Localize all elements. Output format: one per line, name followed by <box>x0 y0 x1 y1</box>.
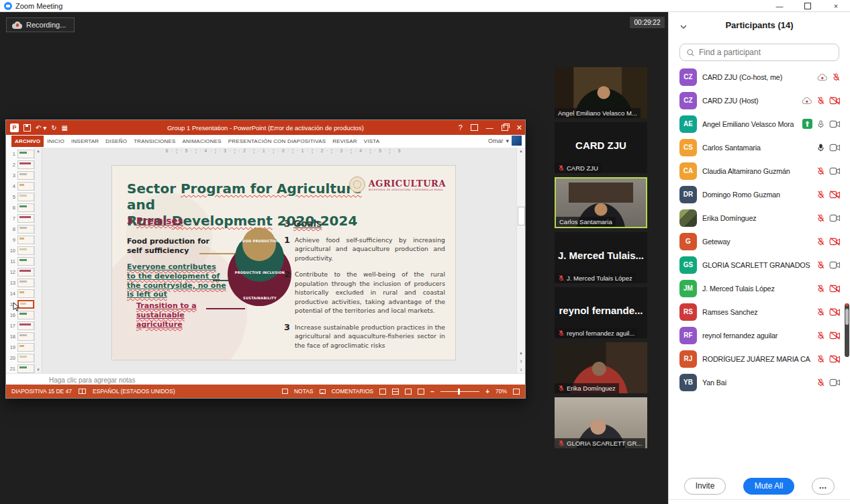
cam-on-icon[interactable] <box>829 261 841 269</box>
slide-thumbnail-5[interactable]: 5 <box>6 191 34 202</box>
participant-row[interactable]: RJRODRÍGUEZ JUÁREZ MARIA CA... <box>669 347 850 370</box>
mic-muted-icon[interactable] <box>816 213 825 223</box>
redo-icon[interactable]: ↻ <box>51 124 56 132</box>
video-tile[interactable]: GLORIA SCARLETT GR... <box>555 397 647 448</box>
thumbnail-scrollbar[interactable]: ▲ ▼ <box>34 148 42 373</box>
cam-off-icon[interactable] <box>829 355 841 363</box>
scroll-up-icon[interactable]: ▲ <box>35 149 42 153</box>
participant-row[interactable]: JMJ. Merced Tulais López <box>669 276 850 300</box>
mic-muted-icon[interactable] <box>816 237 825 246</box>
mic-muted-icon[interactable] <box>816 284 825 293</box>
close-button[interactable]: × <box>822 0 850 12</box>
normal-view-icon[interactable] <box>379 389 386 395</box>
restore-button[interactable] <box>794 0 822 12</box>
ppt-close-button[interactable]: ✕ <box>516 123 522 132</box>
cam-off-icon[interactable] <box>829 285 841 293</box>
language-label[interactable]: ESPAÑOL (ESTADOS UNIDOS) <box>93 388 175 395</box>
account-badge[interactable]: Omar▾ <box>488 136 522 146</box>
slide-thumbnail-4[interactable]: 4 <box>6 181 34 191</box>
ribbon-tab-insertar[interactable]: INSERTAR <box>68 136 102 147</box>
slide-thumbnail-7[interactable]: 7 <box>6 213 34 223</box>
slide-thumbnail-3[interactable]: 3 <box>6 170 34 181</box>
reading-view-icon[interactable] <box>405 389 412 395</box>
notes-icon[interactable] <box>282 389 288 394</box>
slide-thumbnail-9[interactable]: 9 <box>6 234 34 245</box>
cam-on-icon[interactable] <box>829 214 841 222</box>
participant-row[interactable]: YBYan Bai <box>669 370 850 394</box>
slide-thumbnail-17[interactable]: 17 <box>6 320 34 331</box>
slide-thumbnail-15[interactable]: 15 <box>6 299 34 309</box>
slide-thumbnail-13[interactable]: 13 <box>6 277 34 288</box>
slideshow-icon[interactable] <box>418 389 424 395</box>
ribbon-tab-dise-o[interactable]: DISEÑO <box>102 136 130 147</box>
slide-vertical-scrollbar[interactable]: ▲ ▼ ⇑ ⇓ <box>516 148 525 373</box>
cam-off-icon[interactable] <box>829 308 841 316</box>
mic-active-icon[interactable] <box>816 143 825 152</box>
ribbon-tab-archivo[interactable]: ARCHIVO <box>11 136 44 147</box>
ppt-minimize-button[interactable]: — <box>486 123 493 132</box>
grid-icon[interactable]: ▦ <box>62 124 68 132</box>
slide-thumbnail-12[interactable]: 12 <box>6 266 34 277</box>
mic-muted-icon[interactable] <box>816 331 825 340</box>
video-tile[interactable]: Erika Domínguez <box>555 342 647 393</box>
scroll-down-icon[interactable]: ▼ <box>35 368 42 372</box>
more-options-button[interactable]: … <box>812 478 835 495</box>
comments-icon[interactable] <box>320 389 326 394</box>
mic-muted-icon[interactable] <box>816 260 825 270</box>
cam-on-icon[interactable] <box>829 120 841 128</box>
next-slide-icon[interactable]: ⇓ <box>517 367 525 372</box>
zoom-out-icon[interactable]: − <box>430 388 434 395</box>
participant-row[interactable]: CZCARD ZJU (Host) <box>669 89 850 112</box>
fit-to-window-icon[interactable] <box>513 389 520 395</box>
spellcheck-icon[interactable] <box>79 389 86 394</box>
previous-slide-icon[interactable]: ⇑ <box>517 359 525 364</box>
participant-row[interactable]: AEAngel Emiliano Velasco Mora <box>669 112 850 136</box>
mic-on-icon[interactable] <box>816 119 825 129</box>
video-tile[interactable]: J. Merced Tulais...J. Merced Tulais Lópe… <box>555 232 647 283</box>
slide-thumbnail-1[interactable]: 1 <box>6 148 34 159</box>
cam-off-icon[interactable] <box>829 97 841 105</box>
participant-row[interactable]: RSRamses Sanchez <box>669 300 850 323</box>
participant-row[interactable]: GSGLORIA SCARLETT GRANADOS S... <box>669 253 850 276</box>
ppt-restore-button[interactable] <box>502 125 508 131</box>
cam-off-icon[interactable] <box>829 332 841 340</box>
cam-off-icon[interactable] <box>829 238 841 246</box>
slide-sorter-icon[interactable] <box>392 389 399 395</box>
cam-on-icon[interactable] <box>829 167 841 175</box>
participant-row[interactable]: CAClaudia Altamirano Guzmán <box>669 159 850 183</box>
video-tile[interactable]: reynol fernande...reynol fernandez aguil… <box>555 287 647 338</box>
cam-on-icon[interactable] <box>829 379 841 387</box>
help-icon[interactable]: ? <box>459 123 463 132</box>
collapse-chevron-icon[interactable] <box>679 21 688 33</box>
participant-row[interactable]: Erika Domínguez <box>669 206 850 230</box>
zoom-in-icon[interactable]: + <box>485 388 489 395</box>
slide-thumbnail-6[interactable]: 6 <box>6 202 34 213</box>
invite-button[interactable]: Invite <box>684 478 726 495</box>
minimize-button[interactable]: — <box>765 0 794 12</box>
mic-muted-icon[interactable] <box>816 166 825 176</box>
mic-muted-icon[interactable] <box>816 307 825 317</box>
mic-muted-icon[interactable] <box>832 72 841 82</box>
ribbon-tab-presentaci-n-con-diapositivas[interactable]: PRESENTACIÓN CON DIAPOSITIVAS <box>225 136 330 147</box>
comments-toggle[interactable]: COMENTARIOS <box>332 388 374 395</box>
video-tile[interactable]: Carlos Santamaria <box>555 177 647 228</box>
scroll-up-icon[interactable]: ▲ <box>517 149 525 153</box>
participant-row[interactable]: GGeteway <box>669 230 850 253</box>
ribbon-options-icon[interactable] <box>471 124 478 131</box>
slide-thumbnail-20[interactable]: 20 <box>6 352 34 363</box>
mic-muted-icon[interactable] <box>816 96 825 105</box>
slide-thumbnail-21[interactable]: 21 <box>6 363 34 374</box>
mic-muted-icon[interactable] <box>816 354 825 364</box>
cam-off-icon[interactable] <box>829 191 841 199</box>
mic-muted-icon[interactable] <box>816 190 825 199</box>
ribbon-tab-vista[interactable]: VISTA <box>361 136 383 147</box>
slide-thumbnail-2[interactable]: 2 <box>6 159 34 170</box>
scrollbar-thumb[interactable] <box>518 207 525 225</box>
ribbon-tab-transiciones[interactable]: TRANSICIONES <box>130 136 179 147</box>
mute-all-button[interactable]: Mute All <box>743 478 794 495</box>
ribbon-tab-inicio[interactable]: INICIO <box>44 136 68 147</box>
video-tile[interactable]: Angel Emiliano Velasco M... <box>555 67 647 118</box>
slide-thumbnail-14[interactable]: 14 <box>6 288 34 299</box>
cam-on-icon[interactable] <box>829 144 841 152</box>
video-tile[interactable]: CARD ZJUCARD ZJU <box>555 122 647 173</box>
